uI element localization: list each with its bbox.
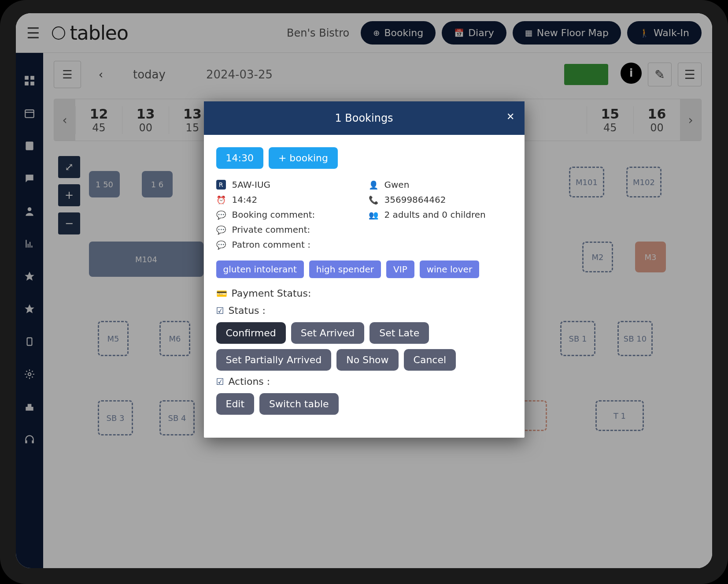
clock-icon: ⏰	[216, 195, 226, 205]
guest-phone-row: 📞35699864462	[369, 194, 512, 205]
close-icon[interactable]: ✕	[506, 111, 514, 122]
status-late-button[interactable]: Set Late	[370, 322, 429, 344]
tag-row: gluten intolerant high spender VIP wine …	[216, 260, 512, 278]
booking-ref-row: R5AW-IUG	[216, 179, 360, 190]
guest-tag: wine lover	[420, 260, 479, 278]
actions-section: ☑Actions :	[216, 376, 512, 387]
status-section: ☑Status :	[216, 305, 512, 316]
status-arrived-button[interactable]: Set Arrived	[291, 322, 365, 344]
check-square-icon: ☑	[216, 376, 224, 387]
comment-icon: 💬	[216, 240, 226, 249]
guest-tag: gluten intolerant	[216, 260, 304, 278]
private-comment-row: 💬Private comment:	[216, 224, 512, 235]
status-confirmed-button[interactable]: Confirmed	[216, 322, 286, 344]
patron-comment-row: 💬Patron comment :	[216, 239, 512, 250]
time-chip[interactable]: 14:30	[216, 147, 263, 169]
payment-status-section: 💳Payment Status:	[216, 288, 512, 299]
guest-tag: high spender	[309, 260, 381, 278]
edit-booking-button[interactable]: Edit	[216, 393, 255, 415]
comment-icon: 💬	[216, 225, 226, 234]
status-cancel-button[interactable]: Cancel	[404, 349, 456, 371]
ref-badge-icon: R	[216, 180, 226, 190]
modal-title: 1 Bookings	[335, 112, 393, 124]
add-booking-button[interactable]: + booking	[269, 147, 338, 169]
user-icon: 👤	[369, 180, 378, 190]
card-icon: 💳	[216, 288, 227, 299]
modal-header: 1 Bookings ✕	[204, 101, 525, 135]
comment-icon: 💬	[216, 210, 226, 219]
booking-modal: 1 Bookings ✕ 14:30 + booking R5AW-IUG 👤G…	[204, 101, 525, 438]
status-partial-button[interactable]: Set Partially Arrived	[216, 349, 332, 371]
booking-time-row: ⏰14:42	[216, 194, 360, 205]
guest-name-row: 👤Gwen	[369, 179, 512, 190]
guest-tag: VIP	[386, 260, 414, 278]
group-icon: 👥	[369, 210, 378, 219]
phone-icon: 📞	[369, 195, 378, 205]
booking-comment-row: 💬Booking comment:	[216, 209, 360, 220]
status-noshow-button[interactable]: No Show	[336, 349, 398, 371]
party-size-row: 👥2 adults and 0 children	[369, 209, 512, 220]
switch-table-button[interactable]: Switch table	[259, 393, 338, 415]
check-square-icon: ☑	[216, 305, 224, 316]
